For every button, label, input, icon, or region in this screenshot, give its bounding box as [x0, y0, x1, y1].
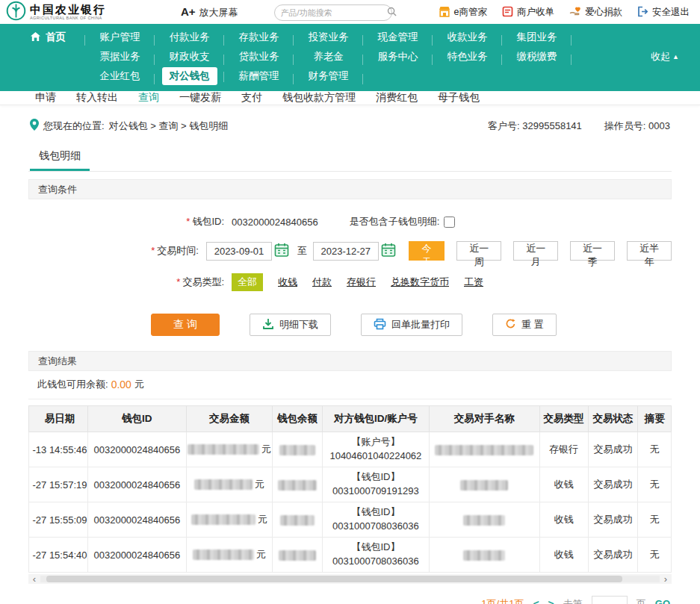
- sub-navigation: 申请 转入转出 查询 一键发薪 支付 钱包收款方管理 消费红包 母子钱包: [0, 91, 700, 105]
- date-from-calendar-button[interactable]: [274, 242, 290, 260]
- type-deposit-bank-link[interactable]: 存银行: [347, 275, 376, 289]
- scrollbar-track[interactable]: [40, 576, 660, 582]
- nav-item-home[interactable]: 首页: [10, 31, 85, 44]
- nav-item-payroll-mgmt[interactable]: 薪酬管理: [224, 69, 294, 83]
- cell-counterparty-id: 【钱包ID】0031000708036036: [322, 538, 429, 573]
- table-row: -27 15:55:09 0032000024840656 元 【钱包ID】00…: [29, 502, 672, 538]
- subnav-consume-redpacket[interactable]: 消费红包: [376, 91, 418, 105]
- nav-item-group-biz[interactable]: 集团业务: [502, 31, 572, 44]
- nav-item-special-biz[interactable]: 特色业务: [433, 50, 502, 63]
- subnav-transfer[interactable]: 转入转出: [76, 91, 118, 105]
- query-results-bar: 查询结果: [28, 351, 672, 371]
- quicklink-safe-exit[interactable]: 安全退出: [637, 6, 690, 19]
- nav-item-payment-biz[interactable]: 付款业务: [155, 31, 224, 44]
- nav-item-pension[interactable]: 养老金: [294, 50, 363, 63]
- search-icon[interactable]: [387, 6, 397, 19]
- scrollbar-thumb[interactable]: [46, 576, 622, 582]
- amount-unit: 元: [255, 479, 264, 490]
- cell-amount: 元: [186, 538, 272, 573]
- customer-number: 客户号: 32995558141: [488, 119, 582, 133]
- nav-item-collection-biz[interactable]: 收款业务: [433, 31, 502, 44]
- nav-item-enterprise-redpacket[interactable]: 企业红包: [85, 69, 155, 83]
- zoom-a-plus[interactable]: A+: [181, 5, 196, 18]
- col-counterparty-id: 对方钱包ID/账户号: [322, 406, 429, 432]
- range-half-year-button[interactable]: 近半年: [627, 241, 672, 261]
- quicklink-label: 爱心捐款: [585, 6, 622, 19]
- search-input[interactable]: [281, 8, 387, 17]
- nav-collapse-button[interactable]: 收起 ▲: [651, 50, 679, 63]
- tab-wallet-detail[interactable]: 钱包明细: [30, 145, 90, 171]
- quicklink-charity-donation[interactable]: 爱心捐款: [569, 6, 622, 19]
- counterparty-tag: 【钱包ID】: [323, 505, 429, 520]
- nav-item-account-mgmt[interactable]: 账户管理: [85, 31, 155, 44]
- balance-label: 此钱包可用余额:: [37, 378, 108, 391]
- include-sub-wallet-checkbox[interactable]: [444, 217, 455, 228]
- nav-item-bill-biz[interactable]: 票据业务: [85, 50, 155, 63]
- range-quarter-button[interactable]: 近一季: [570, 241, 615, 261]
- cell-balance: [273, 538, 323, 573]
- range-week-button[interactable]: 近一周: [456, 241, 501, 261]
- breadcrumb-row: 您现在的位置: 对公钱包 > 查询 > 钱包明细 客户号: 3299555814…: [28, 105, 672, 142]
- wallet-id-row: *钱包ID: 0032000024840656 是否包含子钱包明细:: [28, 215, 672, 228]
- query-button[interactable]: 查 询: [151, 314, 220, 336]
- collapse-label: 收起: [651, 50, 670, 63]
- store-icon: [439, 6, 450, 19]
- breadcrumb: 您现在的位置: 对公钱包 > 查询 > 钱包明细: [30, 119, 228, 133]
- product-search-box[interactable]: [274, 4, 392, 21]
- counterparty-id: 10404601040224062: [323, 449, 429, 464]
- go-button[interactable]: GO: [655, 598, 670, 604]
- range-today-button[interactable]: 今天: [409, 241, 445, 261]
- nav-item-service-center[interactable]: 服务中心: [363, 50, 433, 63]
- scroll-right-arrow-icon[interactable]: ›: [660, 574, 672, 584]
- quicklink-merchant-acquiring[interactable]: 商户收单: [502, 6, 554, 19]
- nav-item-investment-biz[interactable]: 投资业务: [294, 31, 363, 44]
- reset-button[interactable]: 重 置: [492, 314, 557, 336]
- zoom-label: 放大屏幕: [199, 6, 238, 19]
- cell-type: 收钱: [539, 502, 588, 538]
- nav-item-finance-mgmt[interactable]: 财务管理: [294, 69, 363, 83]
- nav-item-deposit-biz[interactable]: 存款业务: [224, 31, 294, 44]
- range-month-button[interactable]: 近一月: [513, 241, 558, 261]
- nav-item-cash-mgmt[interactable]: 现金管理: [363, 31, 433, 44]
- nav-item-fiscal[interactable]: 财政收支: [155, 50, 224, 63]
- type-salary-link[interactable]: 工资: [464, 275, 483, 289]
- subnav-pay[interactable]: 支付: [241, 91, 262, 105]
- quicklink-label: 商户收单: [517, 6, 554, 19]
- date-from-input[interactable]: [206, 242, 272, 261]
- reset-icon: [505, 318, 516, 331]
- zoom-screen-control[interactable]: A+ 放大屏幕: [181, 5, 238, 19]
- cell-time: -27 15:54:40: [29, 538, 88, 573]
- subnav-payee-mgmt[interactable]: 钱包收款方管理: [282, 91, 356, 105]
- subnav-one-key-payroll[interactable]: 一键发薪: [179, 91, 221, 105]
- page-number-input[interactable]: [592, 596, 628, 604]
- subnav-query[interactable]: 查询: [138, 91, 159, 105]
- nav-item-tax-payment[interactable]: 缴税缴费: [502, 50, 572, 63]
- subnav-parent-child-wallet[interactable]: 母子钱包: [438, 91, 480, 105]
- next-page-icon[interactable]: >: [548, 598, 554, 604]
- type-all-chip[interactable]: 全部: [232, 273, 263, 291]
- type-exchange-digital-currency-link[interactable]: 兑换数字货币: [391, 275, 449, 289]
- quicklink-e-merchant[interactable]: e商管家: [439, 6, 487, 19]
- subnav-apply[interactable]: 申请: [35, 91, 56, 105]
- date-to-calendar-button[interactable]: [381, 242, 397, 260]
- redacted-name: [460, 480, 508, 491]
- table-header-row: 易日期 钱包ID 交易金额 钱包余额 对方钱包ID/账户号 交易对手名称 交易类…: [29, 406, 672, 432]
- type-pay-link[interactable]: 付款: [312, 275, 332, 289]
- prev-page-icon[interactable]: <: [533, 598, 539, 604]
- detail-download-button[interactable]: 明细下载: [250, 314, 331, 336]
- main-navigation: 首页 账户管理 付款业务 存款业务 投资业务 现金管理 收款业务 集团业务 票据…: [0, 24, 700, 91]
- nav-item-loan-biz[interactable]: 贷款业务: [224, 50, 294, 63]
- horizontal-scrollbar[interactable]: ‹ ›: [28, 574, 672, 584]
- transaction-time-row: *交易时间: 至 今天 近一周 近一月 近一季 近半年: [28, 241, 672, 261]
- redacted-amount: [193, 549, 254, 560]
- transaction-type-label: *交易类型:: [28, 275, 224, 289]
- scroll-left-arrow-icon[interactable]: ‹: [28, 574, 40, 584]
- nav-row-1: 首页 账户管理 付款业务 存款业务 投资业务 现金管理 收款业务 集团业务: [0, 28, 700, 47]
- redacted-name: [463, 515, 505, 526]
- type-receive-link[interactable]: 收钱: [278, 275, 297, 289]
- date-to-input[interactable]: [313, 242, 379, 261]
- query-conditions-bar: 查询条件: [28, 179, 672, 199]
- redacted-amount: [188, 444, 259, 455]
- nav-item-corporate-wallet[interactable]: 对公钱包: [155, 67, 224, 85]
- receipt-batch-print-button[interactable]: 回单批量打印: [361, 314, 462, 336]
